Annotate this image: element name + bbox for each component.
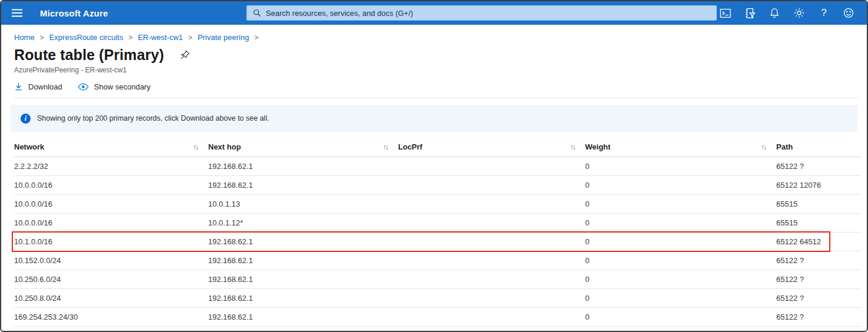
column-header-label: Path [776,142,793,151]
cell-network: 10.0.0.0/16 [14,218,208,227]
download-icon [14,82,23,91]
cell-path: 65515 [776,200,861,208]
portal-menu-button[interactable] [7,3,27,23]
breadcrumb-link-expressroute-circuits[interactable]: ExpressRoute circuits [49,33,123,42]
column-header-weight[interactable]: Weight↑↓ [585,142,776,151]
settings-button[interactable] [789,3,809,23]
cell-network: 2.2.2.2/32 [14,162,208,171]
cell-path: 65122 64512 [776,237,861,246]
info-banner-text: Showing only top 200 primary records, cl… [37,114,269,122]
sort-icon[interactable]: ↑↓ [193,143,198,151]
gear-icon [793,7,805,19]
breadcrumb-link-home[interactable]: Home [14,33,35,42]
cell-network: 10.152.0.0/24 [14,256,208,265]
route-table-header: Network↑↓Next hop↑↓LocPrf↑↓Weight↑↓Path [14,142,861,157]
cell-path: 65122 ? [776,294,861,303]
sort-icon[interactable]: ↑↓ [761,143,766,151]
sort-icon[interactable]: ↑↓ [383,143,388,151]
cell-path: 65122 ? [776,313,861,321]
route-table-body: 2.2.2.2/32192.168.62.1065122 ?10.0.0.0/1… [14,157,861,327]
azure-brand-link[interactable]: Microsoft Azure [40,8,108,18]
hamburger-icon [12,9,22,17]
cell-next-hop: 192.168.62.1 [208,181,398,190]
table-row: 10.0.0.0/1610.0.1.12*065515 [14,214,861,233]
table-row: 10.0.0.0/16192.168.62.1065122 12076 [14,176,861,195]
topbar: Microsoft Azure Search resources, servic… [1,1,867,25]
table-row: 10.250.8.0/24192.168.62.1065122 ? [14,289,861,308]
page-subtitle: AzurePrivatePeering - ER-west-cw1 [1,64,867,74]
pin-to-dashboard-button[interactable] [179,49,191,61]
help-icon: ? [821,7,826,19]
info-banner: i Showing only top 200 primary records, … [11,105,857,132]
directory-filter-button[interactable] [740,3,760,23]
command-bar: Download Show secondary [14,82,859,98]
column-header-label: Weight [585,142,610,151]
cell-path: 65122 ? [776,162,861,171]
cell-next-hop: 192.168.62.1 [208,313,398,321]
breadcrumb-link-private-peering[interactable]: Private peering [198,33,249,42]
cell-next-hop: 192.168.62.1 [208,275,398,284]
column-header-locprf[interactable]: LocPrf↑↓ [398,142,585,151]
cell-weight: 0 [585,237,776,246]
cloud-shell-button[interactable] [715,3,735,23]
cell-weight: 0 [585,181,776,190]
cell-path: 65122 ? [776,256,861,265]
topbar-icon-group: ? [715,3,859,23]
table-row: 169.254.253.24/30192.168.62.1065122 ? [14,308,861,327]
cell-weight: 0 [585,294,776,303]
breadcrumb-link-er-west-cw1[interactable]: ER-west-cw1 [138,33,183,42]
breadcrumb-separator: > [188,34,192,42]
cell-path: 65122 ? [776,275,861,284]
download-label: Download [28,82,62,91]
column-header-network[interactable]: Network↑↓ [14,142,208,151]
download-button[interactable]: Download [14,82,62,91]
table-row: 10.0.0.0/1610.0.1.13065515 [14,195,861,214]
cell-weight: 0 [585,313,776,321]
breadcrumb-separator: > [40,34,44,42]
cell-next-hop: 192.168.62.1 [208,162,398,171]
table-row: 10.152.0.0/24192.168.62.1065122 ? [14,251,861,270]
cell-weight: 0 [585,218,776,227]
cell-weight: 0 [585,256,776,265]
route-table: Network↑↓Next hop↑↓LocPrf↑↓Weight↑↓Path … [14,142,861,327]
column-header-path[interactable]: Path [776,142,861,151]
cell-network: 169.254.253.24/30 [14,313,208,321]
cell-network: 10.0.0.0/16 [14,200,208,208]
help-button[interactable]: ? [814,3,834,23]
smiley-icon [843,7,854,19]
column-header-next-hop[interactable]: Next hop↑↓ [208,142,398,151]
cell-network: 10.1.0.0/16 [14,237,208,246]
page-title: Route table (Primary) [14,47,164,64]
cell-weight: 0 [585,200,776,208]
directory-filter-icon [744,7,756,19]
cell-path: 65515 [776,218,861,227]
bell-icon [769,7,780,19]
cell-network: 10.250.6.0/24 [14,275,208,284]
table-row: 10.250.6.0/24192.168.62.1065122 ? [14,270,861,289]
column-header-label: Next hop [208,142,241,151]
sort-icon[interactable]: ↑↓ [570,143,575,151]
cell-next-hop: 192.168.62.1 [208,294,398,303]
cell-network: 10.250.8.0/24 [14,294,208,303]
breadcrumb-separator: > [254,34,258,42]
global-search-input[interactable]: Search resources, services, and docs (G+… [246,5,717,21]
column-header-label: LocPrf [398,142,422,151]
table-row: 10.1.0.0/16192.168.62.1065122 64512 [14,233,861,251]
breadcrumb-separator: > [128,34,132,42]
cell-path: 65122 12076 [776,181,861,190]
cell-next-hop: 192.168.62.1 [208,237,398,246]
cell-next-hop: 192.168.62.1 [208,256,398,265]
notifications-button[interactable] [764,3,784,23]
search-placeholder: Search resources, services, and docs (G+… [266,9,413,18]
show-secondary-button[interactable]: Show secondary [78,82,151,91]
breadcrumb: Home>ExpressRoute circuits>ER-west-cw1>P… [1,25,867,42]
cloud-shell-icon [719,7,732,19]
cell-next-hop: 10.0.1.12* [208,218,398,227]
eye-icon [78,83,89,91]
search-icon [253,9,261,17]
cell-weight: 0 [585,275,776,284]
show-secondary-label: Show secondary [94,82,151,91]
cell-next-hop: 10.0.1.13 [208,200,398,208]
pin-icon [179,49,191,61]
feedback-button[interactable] [839,3,859,23]
